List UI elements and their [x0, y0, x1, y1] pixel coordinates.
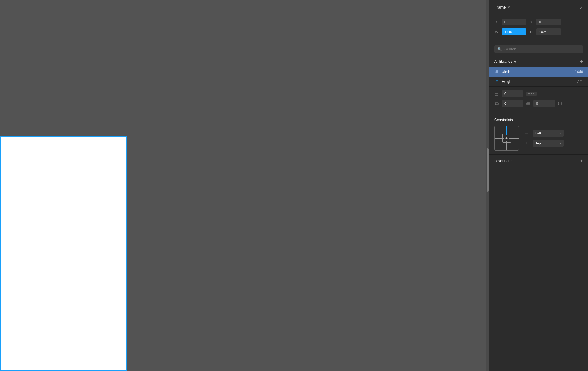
advanced-section [489, 87, 588, 114]
layout-grid-title: Layout grid [494, 159, 512, 163]
frame-preview [0, 136, 127, 371]
spacing-icon [494, 92, 499, 96]
layout-grid-section: Layout grid + [489, 155, 588, 168]
libraries-header: All libraries ∨ + [494, 59, 583, 64]
variable-item-height[interactable]: # Height 771 [489, 77, 588, 86]
horizontal-constraint-select-wrap: Left Right Center Left & Right Scale [533, 130, 564, 137]
vertical-constraint-select[interactable]: Top Bottom Center Top & Bottom Scale [533, 140, 564, 147]
add-library-button[interactable]: + [580, 59, 583, 64]
clip-row [494, 100, 583, 107]
libraries-label: All libraries [494, 59, 512, 64]
constraints-section: Constraints + [489, 114, 588, 155]
variable-hash-icon: # [494, 79, 499, 84]
variable-item-width[interactable]: # width 1440 [489, 67, 588, 77]
outer-bottom-indicator [506, 145, 507, 150]
wh-row: W H [494, 28, 583, 35]
w-input[interactable] [502, 28, 526, 35]
clip-input[interactable] [502, 100, 523, 107]
panel-expand-icon[interactable]: ⤢ [579, 5, 583, 10]
clip2-input[interactable] [533, 100, 555, 107]
svg-rect-7 [558, 102, 561, 105]
vertical-constraint-select-wrap: Top Bottom Center Top & Bottom Scale [533, 140, 564, 147]
horizontal-constraint-icon: ⊣ [525, 131, 530, 135]
libraries-section: All libraries ∨ + [489, 56, 588, 67]
search-section: 🔍 [489, 42, 588, 56]
constraints-body: + ⊣ Left Right Center Left & Right Scale [494, 126, 583, 151]
search-input[interactable] [504, 47, 580, 51]
x-input[interactable] [502, 19, 526, 25]
vertical-constraint-icon: ⊤ [525, 141, 530, 145]
libraries-chevron-icon: ∨ [514, 59, 517, 64]
clip3-icon [557, 101, 562, 106]
y-label: Y [529, 20, 534, 24]
variable-name: Height [502, 79, 574, 84]
panel-title-chevron-icon: ∨ [508, 6, 510, 9]
variables-list: # width 1440 # Height 771 [489, 67, 588, 87]
h-label: H [529, 30, 534, 34]
constraint-right-line [509, 138, 513, 139]
spacing-row [494, 90, 583, 97]
outer-left-indicator [495, 138, 500, 139]
w-label: W [494, 30, 499, 34]
add-layout-grid-button[interactable]: + [580, 158, 583, 164]
outer-right-indicator [513, 138, 519, 139]
constraint-bottom-line [506, 141, 507, 145]
search-icon: 🔍 [497, 47, 502, 51]
constraint-plus-icon: + [505, 135, 508, 141]
libraries-title-button[interactable]: All libraries ∨ [494, 59, 517, 64]
constraints-title: Constraints [494, 118, 583, 122]
constraint-controls: ⊣ Left Right Center Left & Right Scale ⊤ [525, 130, 564, 147]
scrollbar-thumb[interactable] [487, 148, 489, 192]
horizontal-constraint-row: ⊣ Left Right Center Left & Right Scale [525, 130, 564, 137]
panel-title-text: Frame [494, 5, 506, 10]
layout-grid-header: Layout grid + [494, 158, 583, 164]
spacing-input[interactable] [502, 90, 523, 97]
clip2-icon [526, 101, 531, 106]
variable-value: 771 [577, 79, 583, 84]
variable-value: 1440 [575, 70, 583, 74]
clip-icon [494, 101, 499, 106]
scrollbar-track [486, 0, 489, 371]
vertical-constraint-row: ⊤ Top Bottom Center Top & Bottom Scale [525, 140, 564, 147]
panel-title-button[interactable]: Frame ∨ [494, 5, 510, 10]
outer-top-indicator [506, 126, 507, 132]
canvas-area [0, 0, 489, 371]
variable-name: width [502, 70, 572, 74]
panel-header: Frame ∨ ⤢ [489, 0, 588, 15]
search-box: 🔍 [494, 45, 583, 53]
horizontal-constraint-select[interactable]: Left Right Center Left & Right Scale [533, 130, 564, 137]
y-input[interactable] [536, 19, 561, 25]
x-label: X [494, 20, 499, 24]
dots-pattern [526, 92, 537, 96]
variable-hash-icon: # [494, 70, 499, 74]
xy-row: X Y [494, 19, 583, 25]
constraint-left-line [500, 138, 504, 139]
frame-divider [1, 171, 128, 171]
constraint-widget: + [494, 126, 519, 151]
right-panel: Frame ∨ ⤢ X Y W H 🔍 All libraries [489, 0, 588, 371]
h-input[interactable] [536, 28, 561, 35]
properties-section: X Y W H [489, 15, 588, 42]
